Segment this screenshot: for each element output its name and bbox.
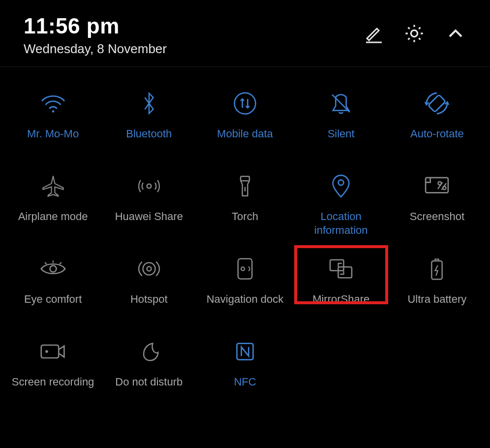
svg-point-14 [241, 267, 245, 270]
tile-eye-comfort[interactable]: Eye comfort [5, 242, 101, 325]
svg-rect-15 [330, 260, 344, 271]
tile-screen-recording[interactable]: Screen recording [5, 325, 101, 408]
tile-auto-rotate[interactable]: Auto-rotate [389, 77, 485, 160]
header: 11:56 pm Wednesday, 8 November [0, 0, 490, 67]
tile-airplane-mode[interactable]: Airplane mode [5, 160, 101, 242]
navigation-dock-icon [236, 254, 254, 284]
airplane-icon [41, 171, 65, 201]
gear-icon[interactable] [403, 23, 425, 44]
svg-point-19 [45, 350, 48, 353]
tile-label: Location information [295, 210, 387, 237]
svg-point-12 [143, 263, 155, 275]
hotspot-icon [137, 254, 161, 284]
svg-rect-16 [338, 267, 352, 278]
svg-point-2 [235, 93, 256, 114]
battery-icon [429, 254, 445, 284]
svg-point-6 [338, 180, 344, 185]
tile-label: Hotspot [128, 292, 170, 306]
svg-point-10 [50, 265, 56, 272]
moon-icon [138, 337, 160, 366]
tile-mobile-data[interactable]: Mobile data [197, 77, 293, 160]
torch-icon [236, 171, 254, 201]
tile-wifi[interactable]: Mr. Mo-Mo [5, 77, 101, 160]
tile-mirrorshare[interactable]: MirrorShare [293, 242, 389, 325]
tile-label: Screenshot [408, 210, 466, 224]
mobile-data-icon [233, 89, 257, 118]
clock-date: Wednesday, 8 November [24, 41, 167, 57]
mirrorshare-icon [328, 254, 354, 284]
tile-torch[interactable]: Torch [197, 160, 293, 242]
tile-label: Huawei Share [113, 210, 185, 224]
tile-bluetooth[interactable]: Bluetooth [101, 77, 197, 160]
tile-label: Do not disturb [113, 375, 184, 389]
auto-rotate-icon [424, 89, 450, 118]
screen-recording-icon [39, 337, 67, 366]
tile-navigation-dock[interactable]: Navigation dock [197, 242, 293, 325]
tile-silent[interactable]: Silent [293, 77, 389, 160]
bluetooth-icon [141, 89, 157, 118]
location-icon [331, 171, 351, 201]
tile-location[interactable]: Location information [293, 160, 389, 242]
svg-point-1 [52, 110, 54, 113]
header-left: 11:56 pm Wednesday, 8 November [24, 14, 167, 57]
tile-do-not-disturb[interactable]: Do not disturb [101, 325, 197, 408]
tile-nfc[interactable]: NFC [197, 325, 293, 408]
svg-point-4 [147, 184, 151, 189]
nfc-icon [234, 337, 256, 366]
tile-label: Mr. Mo-Mo [25, 127, 81, 141]
silent-icon [329, 89, 353, 118]
tile-label: Screen recording [10, 375, 96, 389]
svg-point-11 [147, 267, 151, 271]
tile-label: Navigation dock [205, 292, 286, 306]
clock-time: 11:56 pm [24, 14, 167, 38]
svg-rect-18 [41, 345, 58, 358]
tile-label: MirrorShare [310, 292, 371, 306]
tile-ultra-battery[interactable]: Ultra battery [389, 242, 485, 325]
edit-icon[interactable] [362, 23, 384, 44]
tile-label: Silent [326, 127, 357, 141]
tile-label: Airplane mode [16, 210, 90, 224]
tile-huawei-share[interactable]: Huawei Share [101, 160, 197, 242]
wifi-icon [39, 89, 67, 118]
chevron-up-icon[interactable] [445, 23, 466, 44]
quick-settings-grid: Mr. Mo-Mo Bluetooth Mobile data Silent A… [0, 67, 490, 408]
svg-rect-5 [241, 176, 249, 181]
header-actions [362, 23, 466, 44]
tile-label: Ultra battery [405, 292, 468, 306]
tile-label: Mobile data [215, 127, 275, 141]
tile-label: Eye comfort [22, 292, 84, 306]
tile-screenshot[interactable]: Screenshot [389, 160, 485, 242]
svg-point-0 [411, 30, 417, 36]
screenshot-icon [424, 171, 450, 201]
svg-rect-3 [429, 95, 446, 112]
tile-label: Auto-rotate [408, 127, 466, 141]
tile-label: NFC [232, 375, 258, 389]
tile-label: Torch [230, 210, 260, 224]
tile-label: Bluetooth [124, 127, 174, 141]
tile-hotspot[interactable]: Hotspot [101, 242, 197, 325]
eye-icon [39, 254, 67, 284]
huawei-share-icon [136, 171, 162, 201]
